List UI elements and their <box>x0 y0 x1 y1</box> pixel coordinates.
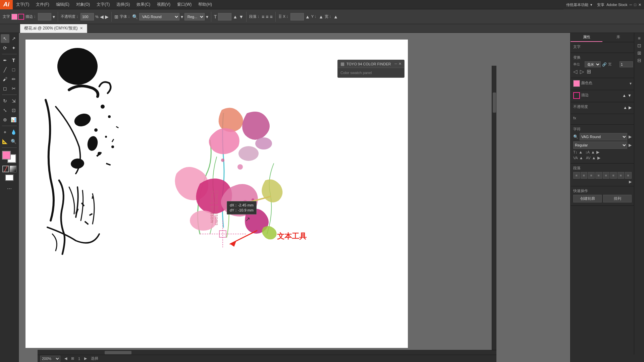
paintbrush-tool[interactable]: 🖌 <box>1 75 9 83</box>
none-fill-btn[interactable]: ╱ <box>2 166 9 172</box>
color-swatch-main[interactable] <box>573 80 580 87</box>
dropdown-arrow[interactable]: ▾ <box>590 3 592 7</box>
align-left-icon[interactable]: ≡ <box>262 14 264 19</box>
align-justify-full-btn[interactable]: ≡ <box>625 172 632 179</box>
align-justify-btn[interactable]: ≡ <box>595 172 602 179</box>
zoom-tool[interactable]: 🔍 <box>9 137 18 146</box>
y-up[interactable]: ▲ <box>319 14 323 19</box>
vertical-scrollbar[interactable] <box>492 66 496 350</box>
menu-file[interactable]: 文件(F) <box>33 0 52 9</box>
stroke-value-input[interactable] <box>38 13 51 20</box>
tab-library[interactable]: 库 <box>602 33 634 42</box>
opacity-input[interactable] <box>80 13 94 20</box>
menu-edit[interactable]: 编辑(E) <box>53 0 73 9</box>
font-style-dropdown[interactable]: ▾ <box>206 14 208 19</box>
font-family-dropdown[interactable]: ▾ <box>181 14 183 19</box>
align-left-btn[interactable]: ≡ <box>573 172 580 179</box>
expand-icon[interactable]: ⊞ <box>587 68 591 75</box>
opacity-left-btn[interactable]: ◀ <box>100 14 104 19</box>
opacity-expand-up[interactable]: ▲ <box>623 105 627 110</box>
lasso-tool[interactable]: ⟳ <box>1 44 9 52</box>
properties-icon[interactable]: ≡ <box>638 36 640 41</box>
menu-effect[interactable]: 效果(C) <box>133 0 154 9</box>
x-input[interactable] <box>290 13 304 20</box>
v-scroll-thumb[interactable] <box>493 93 496 113</box>
rotate-tool[interactable]: ↻ <box>1 97 9 105</box>
stroke-swatch[interactable] <box>573 92 580 99</box>
direct-select-tool[interactable]: ↗ <box>9 34 18 43</box>
fill-color-swatch[interactable] <box>11 14 17 20</box>
leading-up[interactable]: ▲ <box>591 150 595 155</box>
assets-icon[interactable]: ⊟ <box>637 58 641 63</box>
align-right-btn[interactable]: ≡ <box>588 172 595 179</box>
align-left-right-icon[interactable]: ◁ <box>573 68 577 75</box>
gradient-fill-btn[interactable] <box>10 166 16 172</box>
window-restore[interactable]: □ <box>634 3 636 7</box>
symbol-sprayer-tool[interactable]: ⊛ <box>1 115 9 124</box>
units-select[interactable]: 毫米 <box>585 61 601 67</box>
eraser-tool[interactable]: ◻ <box>1 84 9 93</box>
magic-wand-tool[interactable]: ✦ <box>9 44 18 52</box>
tab-properties[interactable]: 属性 <box>571 33 602 42</box>
nav-left-btn[interactable]: ◀ <box>64 356 67 361</box>
align-justify-right-btn[interactable]: ≡ <box>618 172 624 179</box>
window-minimize[interactable]: ─ <box>630 3 632 7</box>
select-tool[interactable]: ↖ <box>1 34 9 43</box>
horizontal-scrollbar[interactable] <box>38 350 496 355</box>
file-tab-close-btn[interactable]: ✕ <box>80 26 83 31</box>
free-transform-tool[interactable]: ⊡ <box>9 106 18 115</box>
blend-tool[interactable]: ⌖ <box>1 128 9 136</box>
width-input[interactable] <box>620 61 633 67</box>
eyedropper-tool[interactable]: 💧 <box>9 128 18 136</box>
style-icon[interactable]: ⊞ <box>114 14 118 19</box>
panel-close-btn[interactable]: ✕ <box>398 62 401 66</box>
pencil-tool[interactable]: ✏ <box>9 75 18 83</box>
font-style-expand[interactable]: ▶ <box>629 143 632 147</box>
scissors-tool[interactable]: ✂ <box>9 84 18 93</box>
align-justify-left-btn[interactable]: ≡ <box>603 172 609 179</box>
leading-right[interactable]: ▶ <box>596 150 599 155</box>
stroke-dropdown-icon[interactable]: ▾ <box>53 14 55 19</box>
normal-mode-btn[interactable] <box>5 174 14 181</box>
menu-view[interactable]: 视图(V) <box>154 0 174 9</box>
menu-select[interactable]: 选择(S) <box>113 0 133 9</box>
arrange-btn[interactable]: 排列 <box>603 195 632 202</box>
file-tab-active[interactable]: 樱花.ai @ 200% (CMYK/预览) ✕ <box>20 24 87 33</box>
stroke-color-swatch[interactable] <box>18 14 24 20</box>
kern-up[interactable]: ▲ <box>592 156 596 160</box>
font-family-expand[interactable]: ▶ <box>629 134 632 139</box>
menu-object[interactable]: 对象(O) <box>73 0 93 9</box>
library-icon[interactable]: ⊡ <box>637 43 641 48</box>
stroke-up-btn[interactable]: ▲ <box>622 93 626 98</box>
font-family-select[interactable]: VAG Round <box>139 13 179 20</box>
menu-wenzi[interactable]: 文字(T) <box>13 0 33 9</box>
font-style-select[interactable]: Reg... <box>184 13 205 20</box>
create-outline-btn[interactable]: 创建轮廓 <box>573 195 602 202</box>
kern-right[interactable]: ▶ <box>597 156 600 160</box>
canvas-area[interactable]: dX：-2.45 mm dY：-10.9 mm Cherry blossoms … <box>19 33 570 362</box>
foreground-color-box[interactable] <box>2 151 11 160</box>
font-search-icon[interactable]: 🔍 <box>132 14 138 19</box>
menu-text[interactable]: 文字(T) <box>93 0 113 9</box>
window-close[interactable]: ✕ <box>638 3 641 7</box>
h-scroll-thumb[interactable] <box>105 351 131 354</box>
scale-tool[interactable]: ⇲ <box>9 97 18 105</box>
align-right-icon[interactable]: ≡ <box>270 14 272 19</box>
x-up[interactable]: ▲ <box>305 14 310 19</box>
more-tools-btn[interactable]: ⋯ <box>5 184 14 193</box>
line-tool[interactable]: ╱ <box>1 65 9 74</box>
measure-tool[interactable]: 📐 <box>1 137 9 146</box>
opacity-expand-right[interactable]: ▶ <box>629 105 632 110</box>
graph-tool[interactable]: 📊 <box>9 115 18 124</box>
menu-help[interactable]: 帮助(H) <box>195 0 215 9</box>
align-justify-center-btn[interactable]: ≡ <box>610 172 617 179</box>
font-size-down[interactable]: ▼ <box>239 14 244 19</box>
stroke-down-btn[interactable]: ▼ <box>628 93 632 98</box>
font-size-up[interactable]: ▲ <box>233 14 237 19</box>
zoom-select[interactable]: 200% 100% 50% <box>40 356 60 362</box>
layers-icon[interactable]: ⊞ <box>637 50 641 56</box>
align-right-icon-r[interactable]: ▷ <box>580 68 584 75</box>
align-center-btn[interactable]: ≡ <box>581 172 587 179</box>
opacity-right-btn[interactable]: ▶ <box>105 14 109 19</box>
font-style-select-r[interactable]: Regular <box>573 141 627 149</box>
